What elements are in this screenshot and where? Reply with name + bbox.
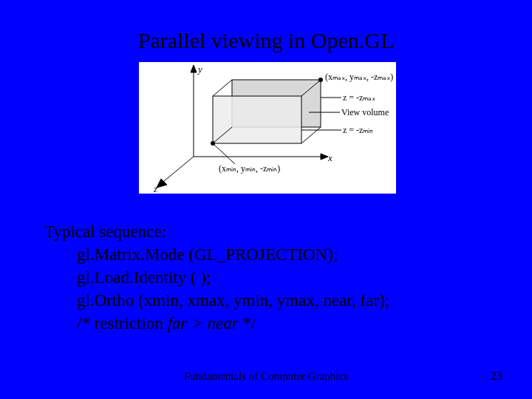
svg-line-4 — [160, 157, 194, 185]
footer-title: Fundamentals of Computer Graphics — [0, 370, 532, 383]
slide-title: Parallel viewing in Open.GL — [0, 28, 532, 53]
svg-line-17 — [213, 143, 235, 164]
svg-point-12 — [318, 78, 323, 82]
svg-line-10 — [301, 127, 321, 143]
svg-marker-3 — [321, 154, 328, 160]
svg-line-8 — [213, 80, 232, 96]
restriction-suffix: */ — [239, 314, 256, 332]
zmin-label: z = -zₘᵢₙ — [343, 125, 373, 135]
code-line-2: gl.Load.Identity ( ); — [77, 266, 389, 289]
axis-z-label: z — [153, 183, 157, 194]
corner-min-label: (xₘᵢₙ, yₘᵢₙ, -zₘᵢₙ) — [219, 163, 280, 174]
axis-x-label: x — [327, 152, 332, 163]
code-line-1: gl.Matrix.Mode (GL_PROJECTION); — [77, 243, 389, 266]
page-number: 23 — [491, 369, 502, 383]
slide: Parallel viewing in Open.GL — [0, 0, 532, 399]
corner-max-label: (xₘₐₓ, yₘₐₓ, -zₘₐₓ) — [325, 72, 393, 82]
zmax-label: z = -zₘₐₓ — [343, 92, 375, 103]
restriction-prefix: /* restriction — [77, 314, 168, 332]
view-volume-diagram: y x z (xₘₐₓ, yₘₐₓ, -zₘₐₓ) z = -zₘₐₓ View… — [139, 62, 396, 194]
code-line-3: gl.Ortho (xmin, xmax, ymin, ymax, near, … — [77, 289, 389, 312]
restriction-condition: far > near — [168, 314, 239, 332]
svg-rect-7 — [213, 96, 301, 143]
view-volume-label: View volume — [341, 107, 389, 117]
axis-y-label: y — [197, 64, 202, 75]
code-sequence: Typical sequence: gl.Matrix.Mode (GL_PRO… — [44, 220, 389, 335]
sequence-heading: Typical sequence: — [44, 220, 389, 243]
code-line-4: /* restriction far > near */ — [77, 312, 389, 335]
svg-marker-1 — [191, 65, 197, 72]
